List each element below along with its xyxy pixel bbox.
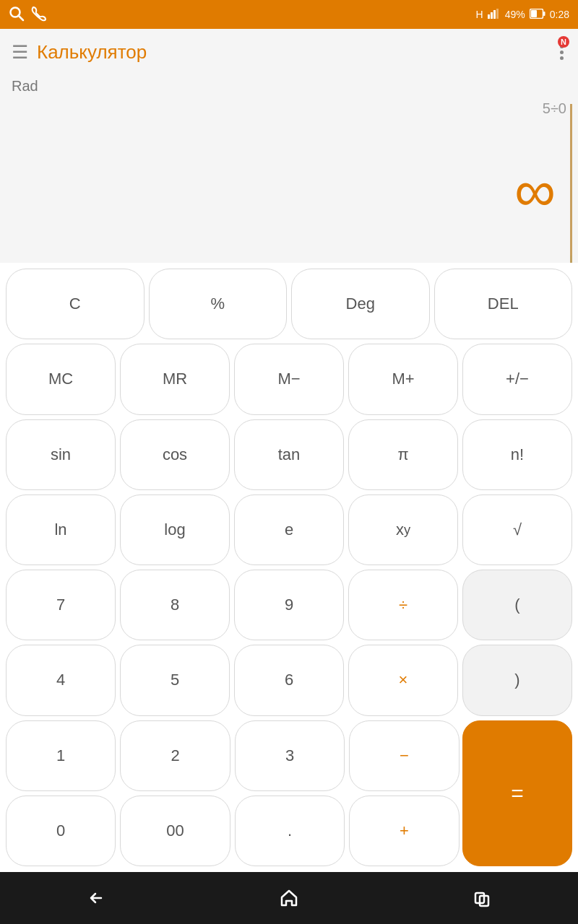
app-header: ☰ Калькулятор N bbox=[0, 29, 578, 75]
two-button[interactable]: 2 bbox=[120, 720, 230, 791]
three-button[interactable]: 3 bbox=[235, 720, 345, 791]
e-button[interactable]: e bbox=[234, 494, 344, 565]
factorial-button[interactable]: n! bbox=[462, 419, 572, 490]
add-button[interactable]: + bbox=[349, 796, 459, 866]
battery-percentage: 49% bbox=[505, 9, 525, 20]
four-button[interactable]: 4 bbox=[6, 645, 116, 715]
pi-button[interactable]: π bbox=[348, 419, 458, 490]
six-button[interactable]: 6 bbox=[234, 645, 344, 715]
svg-line-1 bbox=[19, 15, 24, 20]
mplus-button[interactable]: M+ bbox=[348, 344, 458, 414]
ln-button[interactable]: ln bbox=[6, 494, 116, 565]
double-zero-button[interactable]: 00 bbox=[120, 796, 230, 866]
keyboard-row-5: 7 8 9 ÷ ( bbox=[6, 570, 572, 640]
close-paren-button[interactable]: ) bbox=[462, 645, 572, 715]
mr-button[interactable]: MR bbox=[120, 344, 230, 414]
sin-button[interactable]: sin bbox=[6, 419, 116, 490]
hamburger-menu-icon[interactable]: ☰ bbox=[12, 41, 28, 64]
tan-button[interactable]: tan bbox=[234, 419, 344, 490]
power-button[interactable]: xy bbox=[348, 494, 458, 565]
mminus-button[interactable]: M− bbox=[234, 344, 344, 414]
open-paren-button[interactable]: ( bbox=[462, 570, 572, 640]
keyboard-row-6: 4 5 6 × ) bbox=[6, 645, 572, 715]
cos-button[interactable]: cos bbox=[120, 419, 230, 490]
svg-rect-4 bbox=[493, 10, 496, 19]
svg-rect-5 bbox=[496, 9, 499, 19]
svg-rect-2 bbox=[488, 14, 490, 19]
time: 0:28 bbox=[550, 9, 569, 20]
svg-rect-7 bbox=[543, 12, 545, 16]
mc-button[interactable]: MC bbox=[6, 344, 116, 414]
phone-icon bbox=[30, 6, 46, 24]
cursor-line bbox=[570, 104, 572, 256]
notification-badge: N bbox=[558, 36, 569, 48]
clear-button[interactable]: C bbox=[6, 269, 144, 339]
display-result: ∞ bbox=[0, 120, 572, 263]
recents-nav-button[interactable] bbox=[460, 876, 504, 920]
display-area: Rad 5÷0 ∞ bbox=[0, 75, 578, 263]
h-indicator: H bbox=[476, 9, 483, 20]
status-info: H 49% 0:28 bbox=[476, 9, 569, 21]
five-button[interactable]: 5 bbox=[120, 645, 230, 715]
svg-rect-3 bbox=[491, 12, 493, 19]
keyboard-row-2: MC MR M− M+ +/− bbox=[6, 344, 572, 414]
sign-toggle-button[interactable]: +/− bbox=[462, 344, 572, 414]
equals-button[interactable]: = bbox=[462, 720, 572, 867]
battery-icon bbox=[530, 9, 545, 21]
one-button[interactable]: 1 bbox=[6, 720, 116, 791]
sqrt-button[interactable]: √ bbox=[462, 494, 572, 565]
nav-bar bbox=[0, 872, 578, 924]
search-icon bbox=[9, 6, 25, 24]
signal-bars bbox=[488, 9, 501, 21]
eight-button[interactable]: 8 bbox=[120, 570, 230, 640]
subtract-button[interactable]: − bbox=[349, 720, 459, 791]
back-nav-button[interactable] bbox=[74, 876, 118, 920]
status-bar: H 49% 0:28 bbox=[0, 0, 578, 29]
angle-mode: Rad bbox=[0, 75, 578, 97]
result-value: ∞ bbox=[514, 162, 556, 220]
deg-button[interactable]: Deg bbox=[291, 269, 430, 339]
nine-button[interactable]: 9 bbox=[234, 570, 344, 640]
home-nav-button[interactable] bbox=[267, 876, 311, 920]
zero-button[interactable]: 0 bbox=[6, 796, 116, 866]
log-button[interactable]: log bbox=[120, 494, 230, 565]
app-title: Калькулятор bbox=[37, 41, 147, 64]
seven-button[interactable]: 7 bbox=[6, 570, 116, 640]
keyboard-row-1: C % Deg DEL bbox=[6, 269, 572, 339]
divide-button[interactable]: ÷ bbox=[348, 570, 458, 640]
keyboard-row-4: ln log e xy √ bbox=[6, 494, 572, 565]
display-expression: 5÷0 bbox=[0, 97, 578, 120]
decimal-button[interactable]: . bbox=[235, 796, 345, 866]
multiply-button[interactable]: × bbox=[348, 645, 458, 715]
keyboard-row-3: sin cos tan π n! bbox=[6, 419, 572, 490]
del-button[interactable]: DEL bbox=[434, 269, 573, 339]
equals-container: = bbox=[462, 720, 572, 867]
svg-rect-8 bbox=[531, 10, 537, 17]
percent-button[interactable]: % bbox=[149, 269, 288, 339]
